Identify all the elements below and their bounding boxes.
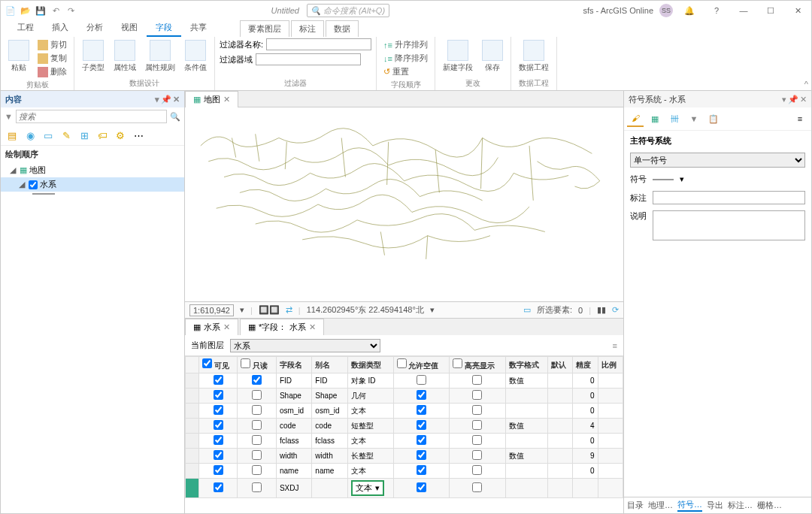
ribbon-tab-4[interactable]: 字段 <box>147 20 181 37</box>
delete-button[interactable]: 删除 <box>35 65 69 78</box>
pin-icon[interactable]: 📌 <box>788 95 798 104</box>
filter-icon[interactable]: ▼ <box>5 112 13 121</box>
collapse-ribbon-button[interactable]: ^ <box>804 80 808 89</box>
ribbon-tab-0[interactable]: 工程 <box>8 20 43 37</box>
search-icon[interactable]: 🔍 <box>170 112 180 122</box>
cut-button[interactable]: 剪切 <box>35 38 69 51</box>
notifications-icon[interactable]: 🔔 <box>679 3 700 18</box>
map-tab[interactable]: ▦ 地图 ✕ <box>185 91 238 107</box>
table-row[interactable]: codecode短整型数值4 <box>186 419 623 434</box>
list-by-editable-icon[interactable]: ✎ <box>59 128 74 143</box>
symbology-type-select[interactable]: 单一符号 <box>630 153 805 168</box>
menu-icon[interactable]: ≡ <box>613 341 617 350</box>
paste-button[interactable]: 粘贴 <box>5 38 32 74</box>
list-by-selection-icon[interactable]: ▭ <box>41 128 56 143</box>
maximize-button[interactable]: ☐ <box>760 3 781 18</box>
rules-button[interactable]: 属性规则 <box>142 38 178 74</box>
table-row[interactable]: osm_idosm_id文本0 <box>186 404 623 419</box>
toggle-icon[interactable]: ⇄ <box>286 305 292 315</box>
bottom-tab-1[interactable]: 地理… <box>648 500 673 511</box>
type-dropdown[interactable]: 文本 ▾ <box>351 480 384 496</box>
scale-display[interactable]: 1:610,942 <box>189 304 234 316</box>
import-icon[interactable]: 📋 <box>705 110 722 127</box>
bottom-tab-3[interactable]: 导出 <box>707 500 723 511</box>
column-header[interactable]: 别名 <box>312 357 347 373</box>
redo-icon[interactable]: ↷ <box>64 4 77 17</box>
column-header[interactable]: 只读 <box>238 357 276 373</box>
table-row[interactable]: ShapeShape几何0 <box>186 389 623 404</box>
menu-icon[interactable]: ≡ <box>792 110 808 127</box>
save-field-button[interactable]: 保存 <box>479 38 506 74</box>
symbol-layers-icon[interactable]: 卌 <box>666 110 683 127</box>
expand-icon[interactable]: ◢ <box>10 165 17 175</box>
description-input[interactable] <box>653 210 805 240</box>
column-header[interactable]: 允许空值 <box>393 357 449 373</box>
list-by-perspective-icon[interactable]: ⚙ <box>113 128 128 143</box>
contingent-button[interactable]: 条件值 <box>181 38 210 74</box>
sort-asc-button[interactable]: ↑≡升序排列 <box>381 38 430 51</box>
bottom-tab-4[interactable]: 标注… <box>728 500 753 511</box>
ribbon-tab-1[interactable]: 插入 <box>43 20 77 37</box>
list-by-label-icon[interactable]: 🏷 <box>95 128 110 143</box>
data-engineering-button[interactable]: 数据工程 <box>516 38 552 74</box>
coord-dropdown-icon[interactable]: ▾ <box>430 305 435 315</box>
panel-options-icon[interactable]: ▾ <box>782 95 786 104</box>
reset-order-button[interactable]: ↺重置 <box>381 65 430 78</box>
domain-button[interactable]: 属性域 <box>111 38 139 74</box>
attr-tab-fields[interactable]: ▦*字段：水系✕ <box>240 319 324 335</box>
undo-icon[interactable]: ↶ <box>49 4 62 17</box>
close-tab-icon[interactable]: ✕ <box>223 322 230 332</box>
attr-tab-layer[interactable]: ▦水系✕ <box>185 319 238 335</box>
list-by-drawing-icon[interactable]: ▤ <box>5 128 20 143</box>
toc-map-item[interactable]: ◢ ▦ 地图 <box>1 163 184 177</box>
vary-by-attr-icon[interactable]: ▦ <box>647 110 663 127</box>
pin-icon[interactable]: 📌 <box>161 95 171 104</box>
panel-options-icon[interactable]: ▾ <box>155 95 159 104</box>
pause-icon[interactable]: ▮▮ <box>597 305 606 315</box>
column-header[interactable]: 可见 <box>199 357 238 373</box>
table-row[interactable]: widthwidth长整型数值9 <box>186 449 623 464</box>
close-panel-icon[interactable]: ✕ <box>173 95 180 104</box>
bottom-tab-2[interactable]: 符号… <box>677 499 702 512</box>
table-row[interactable]: SXDJ文本 ▾ <box>186 479 623 498</box>
minimize-button[interactable]: — <box>733 3 754 18</box>
symbol-dropdown-icon[interactable]: ▾ <box>680 174 684 184</box>
command-search[interactable]: 🔍 命令搜索 (Alt+Q) <box>307 4 389 17</box>
zoom-tools-icon[interactable]: 🔲🔲 <box>259 305 280 315</box>
scale-dropdown-icon[interactable]: ▾ <box>240 305 244 315</box>
column-header[interactable]: 默认 <box>547 357 572 373</box>
save-icon[interactable]: 💾 <box>34 4 47 17</box>
new-field-button[interactable]: 新建字段 <box>440 38 476 74</box>
toc-layer-item[interactable]: ◢ 水系 <box>1 177 184 192</box>
primary-symbology-icon[interactable]: 🖌 <box>627 110 644 127</box>
toc-search-input[interactable] <box>16 110 167 123</box>
column-header[interactable]: 高亮显示 <box>450 357 505 373</box>
close-tab-icon[interactable]: ✕ <box>309 322 316 332</box>
subtype-button[interactable]: 子类型 <box>79 38 108 74</box>
expand-icon[interactable]: ◢ <box>19 180 26 189</box>
layer-visible-checkbox[interactable] <box>29 180 38 189</box>
table-row[interactable]: fclassfclass文本0 <box>186 434 623 449</box>
close-panel-icon[interactable]: ✕ <box>800 95 807 104</box>
open-icon[interactable]: 📂 <box>19 4 32 17</box>
close-tab-icon[interactable]: ✕ <box>223 95 230 104</box>
copy-button[interactable]: 复制 <box>35 52 69 65</box>
context-tab-2[interactable]: 数据 <box>326 20 359 37</box>
ribbon-tab-3[interactable]: 视图 <box>112 20 147 37</box>
help-icon[interactable]: ? <box>706 3 727 18</box>
sort-desc-button[interactable]: ↓≡降序排列 <box>381 52 430 65</box>
bottom-tab-0[interactable]: 目录 <box>627 500 644 511</box>
bottom-tab-5[interactable]: 栅格… <box>757 500 782 511</box>
column-header[interactable]: 精度 <box>573 357 598 373</box>
column-header[interactable]: 比例 <box>598 357 623 373</box>
list-by-snap-icon[interactable]: ⊞ <box>77 128 92 143</box>
table-row[interactable]: namename文本0 <box>186 464 623 479</box>
ribbon-tab-2[interactable]: 分析 <box>77 20 112 37</box>
user-signin[interactable]: sfs - ArcGIS Online <box>583 6 653 15</box>
advanced-icon[interactable]: ▼ <box>686 110 702 127</box>
ribbon-tab-5[interactable]: 共享 <box>181 20 216 37</box>
table-row[interactable]: FIDFID对象 ID数值0 <box>186 373 623 389</box>
filter-domain-input[interactable] <box>256 53 361 65</box>
avatar[interactable]: SS <box>659 4 673 17</box>
column-header[interactable]: 字段名 <box>276 357 311 373</box>
